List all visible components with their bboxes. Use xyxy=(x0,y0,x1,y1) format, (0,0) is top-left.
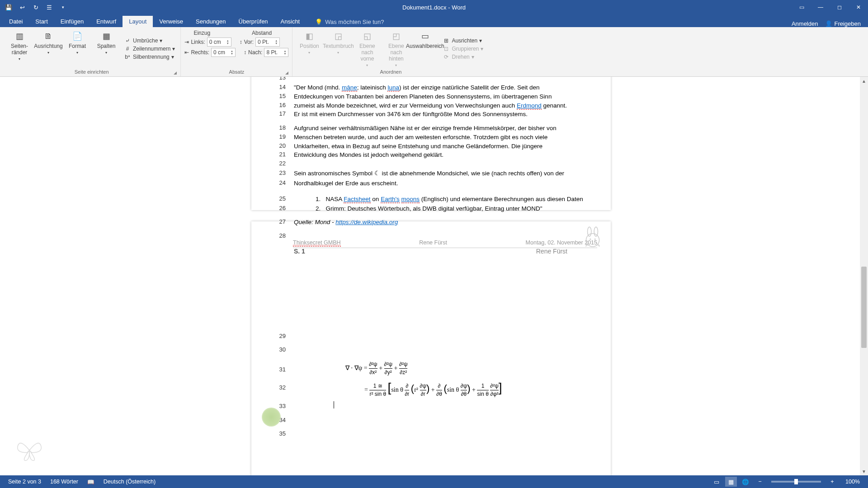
space-after-input[interactable]: 8 Pt.▲▼ xyxy=(264,48,288,57)
zoom-in-button[interactable]: + xyxy=(826,477,838,487)
scroll-up-icon[interactable]: ▲ xyxy=(860,77,868,85)
ribbon-options-icon[interactable]: ▭ xyxy=(792,0,811,14)
forward-icon: ◱ xyxy=(361,31,373,42)
orientation-button[interactable]: 🗎Ausrichtung▾ xyxy=(35,29,61,68)
tab-insert[interactable]: Einfügen xyxy=(54,16,90,27)
equation-line-2[interactable]: = 1 ≅r² sin θ [sin θ ∂∂r (r² ∂ψ∂r) + ∂∂θ… xyxy=(364,379,502,399)
print-layout-icon[interactable]: ▦ xyxy=(725,477,737,487)
doc-line[interactable]: Nordhalbkugel der Erde aus erscheint. xyxy=(294,179,601,188)
line-number: 26 xyxy=(265,205,286,211)
tab-start[interactable]: Start xyxy=(29,16,54,27)
undo-icon[interactable]: ↩ xyxy=(16,1,28,13)
space-before-input[interactable]: 0 Pt.▲▼ xyxy=(255,38,280,47)
line-number: 28 xyxy=(265,232,286,239)
line-numbers-button[interactable]: #Zeilennummern ▾ xyxy=(122,45,177,52)
line-number: 17 xyxy=(265,110,286,117)
columns-button[interactable]: ▦Spalten▾ xyxy=(93,29,119,68)
doc-line[interactable]: Unklarheiten, etwa in Bezug auf seine En… xyxy=(294,142,601,151)
align-button[interactable]: ⊞Ausrichten ▾ xyxy=(441,37,485,44)
tab-file[interactable]: Datei xyxy=(3,16,29,27)
vertical-scrollbar[interactable]: ▲ ▼ xyxy=(860,77,868,475)
selection-icon: ▭ xyxy=(419,31,431,42)
status-page[interactable]: Seite 2 von 3 xyxy=(4,479,46,485)
bring-forward-button: ◱Ebene nach vorne▾ xyxy=(354,29,380,68)
doc-line[interactable]: Aufgrund seiner verhältnismäßigen Nähe i… xyxy=(294,124,601,133)
tab-view[interactable]: Ansicht xyxy=(274,16,307,27)
scroll-down-icon[interactable]: ▼ xyxy=(860,467,868,475)
status-proofing-icon[interactable]: 📖 xyxy=(83,479,99,485)
doc-line[interactable]: Sein astronomisches Symbol ☾ ist die abn… xyxy=(294,169,601,178)
zoom-handle[interactable] xyxy=(794,479,798,484)
tell-me-search[interactable]: 💡 Was möchten Sie tun? xyxy=(311,17,387,27)
doc-line[interactable]: Er ist mit einem Durchmesser von 3476 km… xyxy=(294,110,601,119)
doc-line[interactable]: Entwicklung des Mondes ist jedoch weitge… xyxy=(294,150,601,160)
space-after-label: Nach: xyxy=(248,49,262,56)
svg-point-2 xyxy=(594,227,598,236)
zoom-level[interactable]: 100% xyxy=(841,479,864,485)
dialog-launcher-icon[interactable]: ◢ xyxy=(174,70,177,75)
svg-point-4 xyxy=(594,239,596,240)
tab-mailings[interactable]: Sendungen xyxy=(189,16,232,27)
columns-icon: ▦ xyxy=(100,31,113,42)
line-number: 19 xyxy=(265,133,286,140)
touch-mode-icon[interactable]: ☰ xyxy=(43,1,55,13)
line-number: 24 xyxy=(265,179,286,186)
space-before-icon: ↕ xyxy=(240,39,242,45)
indent-right-input[interactable]: 0 cm▲▼ xyxy=(211,48,236,57)
zoom-out-button[interactable]: − xyxy=(754,477,766,487)
line-number: 31 xyxy=(265,366,286,373)
status-language[interactable]: Deutsch (Österreich) xyxy=(99,479,160,485)
doc-line[interactable]: zumeist als Monde bezeichnet, wird er zu… xyxy=(294,101,601,110)
zoom-slider[interactable] xyxy=(771,481,821,483)
svg-point-1 xyxy=(588,227,591,236)
status-words[interactable]: 168 Wörter xyxy=(46,479,83,485)
share-button[interactable]: 👤Freigeben xyxy=(825,20,861,27)
breaks-button[interactable]: ⤶Umbrüche ▾ xyxy=(122,37,177,44)
dialog-launcher-icon[interactable]: ◢ xyxy=(285,70,288,75)
scroll-thumb[interactable] xyxy=(861,267,867,348)
tab-review[interactable]: Überprüfen xyxy=(232,16,274,27)
redo-icon[interactable]: ↻ xyxy=(30,1,42,13)
hyphenation-button[interactable]: bᵃSilbentrennung ▾ xyxy=(122,53,177,61)
indent-right-label: Rechts: xyxy=(191,49,209,56)
indent-left-icon: ⇥ xyxy=(184,39,189,45)
web-layout-icon[interactable]: 🌐 xyxy=(740,477,751,487)
text-wrap-button: ◲Textumbruch▾ xyxy=(325,29,351,68)
read-mode-icon[interactable]: ▭ xyxy=(711,477,722,487)
indent-left-input[interactable]: 0 cm▲▼ xyxy=(207,38,231,47)
position-button: ◧Position▾ xyxy=(296,29,322,68)
doc-line[interactable]: 1. NASA Factsheet on Earth's moons (Engl… xyxy=(294,195,601,204)
line-number: 13 xyxy=(265,77,286,81)
doc-line[interactable]: Entdeckungen von Trabanten bei anderen P… xyxy=(294,92,601,101)
indent-header: Einzug xyxy=(193,30,210,36)
doc-line[interactable]: 2. Grimm: Deutsches Wörterbuch, als DWB … xyxy=(294,204,601,213)
wrap-icon: ◲ xyxy=(332,31,344,42)
line-number: 16 xyxy=(265,102,286,108)
selection-pane-button[interactable]: ▭Auswahlbereich xyxy=(412,29,438,68)
tab-design[interactable]: Entwurf xyxy=(90,16,123,27)
minimize-button[interactable]: — xyxy=(811,0,830,14)
backward-icon: ◰ xyxy=(390,31,402,42)
spacing-header: Abstand xyxy=(252,30,272,36)
tab-layout[interactable]: Layout xyxy=(123,16,153,27)
maximize-button[interactable]: ◻ xyxy=(830,0,849,14)
space-after-icon: ↕ xyxy=(244,49,246,56)
window-title: Dokument1.docx - Word xyxy=(402,4,466,11)
doc-line[interactable]: Quelle: Mond - https://de.wikipedia.org xyxy=(294,218,601,227)
sign-in-link[interactable]: Anmelden xyxy=(792,20,818,27)
save-icon[interactable]: 💾 xyxy=(3,1,14,13)
group-paragraph: Einzug Abstand ⇥ Links: 0 cm▲▼ ↕ Vor: 0 … xyxy=(181,27,292,76)
page-2[interactable]: Thinksecret GMBH Rene Fürst Montag, 02. … xyxy=(251,221,611,475)
margins-button[interactable]: ▥Seiten-ränder▾ xyxy=(6,29,33,68)
bunny-logo-icon xyxy=(581,225,604,249)
ribbon: ▥Seiten-ränder▾ 🗎Ausrichtung▾ 📄Format▾ ▦… xyxy=(0,27,868,77)
tab-references[interactable]: Verweise xyxy=(153,16,189,27)
size-button[interactable]: 📄Format▾ xyxy=(64,29,90,68)
doc-line[interactable]: Menschen betreten wurde, und auch der am… xyxy=(294,133,601,142)
close-button[interactable]: ✕ xyxy=(849,0,868,14)
line-num-icon: # xyxy=(124,46,131,52)
equation-line-1[interactable]: ∇ · ∇ψ = ∂²ψ∂x² + ∂²ψ∂y² + ∂²ψ∂z² xyxy=(345,361,407,377)
document-area[interactable]: Thinksecret GMBH Rene Fürst Montag, 02. … xyxy=(0,77,868,475)
doc-line[interactable]: "Der Mond (mhd. mâne; lateinisch luna) i… xyxy=(294,83,601,92)
qat-customize-icon[interactable]: ▾ xyxy=(57,1,69,13)
